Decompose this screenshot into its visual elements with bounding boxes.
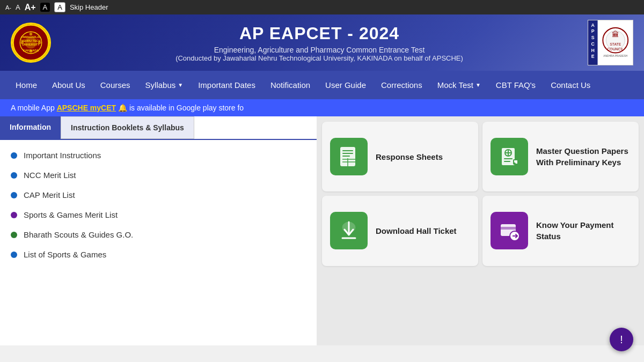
card-download-hall-ticket[interactable]: Download Hall Ticket	[322, 196, 478, 265]
svg-text:C: C	[591, 41, 595, 47]
main-content: Information Instruction Booklets & Sylla…	[0, 116, 644, 345]
download-hall-ticket-title: Download Hall Ticket	[376, 225, 457, 237]
list-item-label: Sports & Games Merit List	[24, 210, 118, 219]
list-item-sports-games-merit-list[interactable]: Sports & Games Merit List	[11, 205, 306, 225]
bullet-icon	[11, 192, 17, 198]
svg-text:JAWAHARLAL: JAWAHARLAL	[20, 35, 41, 39]
list-item-label: List of Sports & Games	[24, 250, 106, 259]
list-item-cap-merit-list[interactable]: CAP Merit List	[11, 185, 306, 205]
tab-information[interactable]: Information	[0, 116, 61, 139]
header-center: AP EAPCET - 2024 Engineering, Agricultur…	[51, 24, 588, 62]
svg-text:STATE: STATE	[610, 42, 621, 46]
nav-contact-us[interactable]: Contact Us	[543, 71, 598, 99]
svg-point-10	[38, 41, 41, 45]
theme-light-btn[interactable]: A	[54, 2, 65, 12]
bullet-icon	[11, 152, 17, 159]
svg-text:COUNCIL: COUNCIL	[607, 47, 624, 51]
response-sheets-title: Response Sheets	[376, 151, 443, 162]
theme-dark-btn[interactable]: A	[40, 3, 50, 12]
nav-cbt-faqs[interactable]: CBT FAQ's	[488, 71, 543, 99]
svg-text:NEHRU TECH: NEHRU TECH	[21, 39, 40, 42]
bullet-icon	[11, 212, 17, 218]
site-subtitle2: (Conducted by Jawaharlal Nehru Technolog…	[51, 54, 588, 62]
mock-test-arrow-icon: ▼	[475, 82, 481, 88]
master-question-papers-icon	[491, 138, 528, 175]
svg-rect-26	[342, 150, 353, 151]
list-item-label: CAP Merit List	[24, 190, 75, 200]
nav-courses[interactable]: Courses	[93, 71, 138, 99]
accessibility-bar: A- A A+ A A Skip Header	[0, 0, 644, 14]
bullet-icon	[11, 232, 17, 238]
font-increase-btn[interactable]: A+	[25, 3, 36, 12]
alert-icon: !	[620, 334, 623, 346]
skip-header-link[interactable]: Skip Header	[70, 3, 108, 11]
alert-button[interactable]: !	[610, 328, 633, 351]
svg-text:S: S	[591, 35, 595, 40]
svg-text:P: P	[591, 28, 595, 34]
svg-rect-27	[342, 153, 353, 154]
master-question-papers-title: Master Question Papers With Preliminary …	[536, 145, 631, 168]
notif-icon: 🔔	[118, 104, 129, 112]
list-item-list-of-sports[interactable]: List of Sports & Games	[11, 245, 306, 264]
bullet-icon	[11, 172, 17, 179]
list-item-label: Bharath Scouts & Guides G.O.	[24, 230, 133, 239]
apsche-logo: A P S C H E 🏛 STATE COUNCIL ANDHRA PRADE…	[588, 20, 633, 65]
svg-point-2	[25, 36, 36, 48]
svg-rect-36	[504, 158, 513, 159]
nav-mock-test[interactable]: Mock Test ▼	[430, 71, 488, 99]
tabs: Information Instruction Booklets & Sylla…	[0, 116, 317, 140]
bullet-icon	[11, 252, 17, 258]
svg-point-8	[30, 50, 33, 53]
svg-text:UNIVERSITY: UNIVERSITY	[22, 43, 40, 46]
nav-user-guide[interactable]: User Guide	[318, 71, 374, 99]
left-panel: Information Instruction Booklets & Sylla…	[0, 116, 317, 345]
svg-rect-37	[504, 161, 510, 162]
site-header: JAWAHARLAL NEHRU TECH UNIVERSITY KAKINAD…	[0, 14, 644, 71]
svg-rect-44	[501, 227, 516, 230]
nav-syllabus[interactable]: Syllabus ▼	[138, 71, 191, 99]
notification-bar: A mobile App APSCHE myCET 🔔 is available…	[0, 99, 644, 116]
nav-corrections[interactable]: Corrections	[374, 71, 430, 99]
notif-text-before: A mobile App	[11, 104, 57, 112]
tab-instruction-booklets[interactable]: Instruction Booklets & Syllabus	[61, 116, 194, 139]
info-list: Important Instructions NCC Merit List CA…	[0, 140, 317, 270]
nav-about-us[interactable]: About Us	[45, 71, 93, 99]
syllabus-arrow-icon: ▼	[178, 82, 183, 88]
svg-point-7	[30, 33, 33, 36]
card-payment-status[interactable]: Know Your Payment Status	[482, 196, 639, 265]
university-logo: JAWAHARLAL NEHRU TECH UNIVERSITY KAKINAD…	[11, 23, 51, 63]
svg-point-9	[21, 41, 24, 45]
site-subtitle: Engineering, Agriculture and Pharmacy Co…	[51, 46, 588, 54]
nav-notification[interactable]: Notification	[263, 71, 318, 99]
svg-text:E: E	[591, 54, 595, 59]
notif-text-after: is available in Google play store fo	[129, 104, 244, 112]
svg-text:🏛: 🏛	[612, 31, 619, 39]
download-hall-ticket-icon	[330, 212, 368, 249]
apsche-mycet-link[interactable]: APSCHE myCET	[57, 104, 116, 112]
font-decrease-btn[interactable]: A-	[5, 4, 11, 11]
svg-text:ANDHRA PRADESH: ANDHRA PRADESH	[603, 55, 628, 57]
list-item-label: NCC Merit List	[24, 171, 76, 180]
font-normal-btn[interactable]: A	[16, 3, 20, 11]
right-panel: Response Sheets Master Question Papers W…	[317, 116, 644, 345]
nav-home[interactable]: Home	[8, 71, 45, 99]
nav-important-dates[interactable]: Important Dates	[191, 71, 263, 99]
list-item-label: Important Instructions	[24, 151, 101, 160]
card-response-sheets[interactable]: Response Sheets	[322, 122, 478, 191]
svg-rect-28	[342, 156, 350, 157]
svg-text:H: H	[591, 48, 595, 53]
payment-status-icon	[491, 212, 528, 249]
list-item-ncc-merit-list[interactable]: NCC Merit List	[11, 165, 306, 185]
svg-text:A: A	[591, 23, 595, 28]
site-title: AP EAPCET - 2024	[51, 24, 588, 43]
card-master-question-papers[interactable]: Master Question Papers With Preliminary …	[482, 122, 639, 191]
navbar: Home About Us Courses Syllabus ▼ Importa…	[0, 71, 644, 99]
list-item-bharath-scouts[interactable]: Bharath Scouts & Guides G.O.	[11, 225, 306, 245]
payment-status-title: Know Your Payment Status	[536, 219, 631, 242]
response-sheets-icon	[330, 138, 368, 175]
list-item-important-instructions[interactable]: Important Instructions	[11, 145, 306, 165]
